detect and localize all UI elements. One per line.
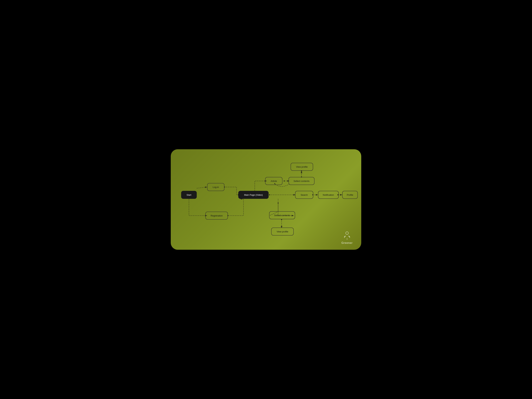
node-view-profile-top[interactable]: View profile [291,163,313,171]
svg-point-15 [346,232,348,234]
node-start[interactable]: Start [181,191,197,199]
node-profile[interactable]: Profile [342,191,358,199]
node-sellect-top[interactable]: Sellect contents [289,177,315,185]
node-search[interactable]: Search [295,191,313,199]
greener-logo-icon [342,230,352,241]
node-notification[interactable]: Notification [318,191,339,199]
node-registration[interactable]: Registration [205,212,228,220]
greener-logo-text: Greener [341,241,353,245]
node-login[interactable]: Log-in [207,183,224,191]
svg-point-6 [269,194,270,195]
diagram-arrows [171,149,361,250]
diagram-container: Start Log-in Registration Main Page (Vid… [171,149,361,250]
diagram-canvas: Start Log-in Registration Main Page (Vid… [171,149,361,250]
greener-logo: Greener [341,230,353,245]
svg-point-9 [284,180,285,182]
node-article[interactable]: Article [265,177,282,185]
node-sellect-bottom[interactable]: Sellect contents [269,211,295,219]
node-main-page[interactable]: Main Page (Video) [238,191,269,199]
svg-point-13 [278,203,279,203]
svg-line-2 [197,187,207,188]
node-view-profile-bottom[interactable]: View profile [271,228,294,235]
